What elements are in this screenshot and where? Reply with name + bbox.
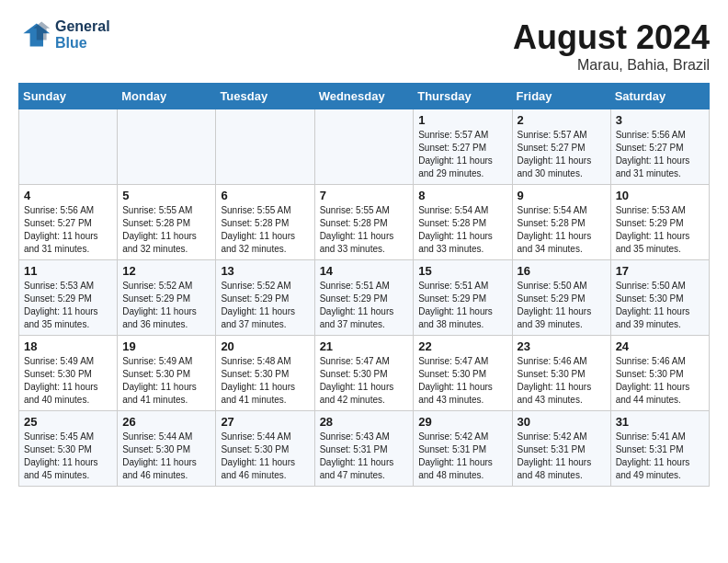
logo: General Blue xyxy=(18,18,110,52)
day-number: 7 xyxy=(320,189,409,202)
calendar-cell: 19Sunrise: 5:49 AM Sunset: 5:30 PM Dayli… xyxy=(118,336,216,411)
day-info: Sunrise: 5:46 AM Sunset: 5:30 PM Dayligh… xyxy=(616,355,704,407)
calendar-week-4: 18Sunrise: 5:49 AM Sunset: 5:30 PM Dayli… xyxy=(19,336,710,411)
day-number: 4 xyxy=(24,189,112,202)
day-number: 10 xyxy=(616,189,704,202)
calendar-cell: 14Sunrise: 5:51 AM Sunset: 5:29 PM Dayli… xyxy=(314,260,414,336)
calendar-cell: 5Sunrise: 5:55 AM Sunset: 5:28 PM Daylig… xyxy=(118,185,216,260)
day-info: Sunrise: 5:55 AM Sunset: 5:28 PM Dayligh… xyxy=(221,204,309,256)
day-info: Sunrise: 5:52 AM Sunset: 5:29 PM Dayligh… xyxy=(221,280,309,331)
day-number: 19 xyxy=(122,339,210,353)
day-number: 21 xyxy=(320,339,409,353)
day-number: 2 xyxy=(518,113,606,127)
day-info: Sunrise: 5:54 AM Sunset: 5:28 PM Dayligh… xyxy=(418,204,506,256)
day-info: Sunrise: 5:46 AM Sunset: 5:30 PM Dayligh… xyxy=(518,355,606,407)
day-info: Sunrise: 5:52 AM Sunset: 5:29 PM Dayligh… xyxy=(122,280,210,331)
day-info: Sunrise: 5:53 AM Sunset: 5:29 PM Dayligh… xyxy=(24,280,112,331)
logo-text: General Blue xyxy=(55,18,110,52)
calendar-cell: 26Sunrise: 5:44 AM Sunset: 5:30 PM Dayli… xyxy=(118,411,216,487)
day-info: Sunrise: 5:56 AM Sunset: 5:27 PM Dayligh… xyxy=(616,129,704,180)
calendar-cell: 15Sunrise: 5:51 AM Sunset: 5:29 PM Dayli… xyxy=(414,260,512,336)
weekday-header-monday: Monday xyxy=(118,84,216,109)
calendar-cell xyxy=(216,109,314,185)
weekday-header-wednesday: Wednesday xyxy=(314,84,414,109)
day-number: 1 xyxy=(418,113,506,127)
weekday-header-thursday: Thursday xyxy=(414,84,512,109)
day-number: 27 xyxy=(221,415,309,429)
day-number: 25 xyxy=(24,415,112,429)
weekday-header-row: SundayMondayTuesdayWednesdayThursdayFrid… xyxy=(19,84,710,109)
calendar-cell: 18Sunrise: 5:49 AM Sunset: 5:30 PM Dayli… xyxy=(19,336,118,411)
calendar-cell: 30Sunrise: 5:42 AM Sunset: 5:31 PM Dayli… xyxy=(512,411,610,487)
day-number: 31 xyxy=(616,415,704,429)
day-number: 9 xyxy=(518,189,606,202)
calendar-cell: 4Sunrise: 5:56 AM Sunset: 5:27 PM Daylig… xyxy=(19,185,118,260)
day-number: 12 xyxy=(122,264,210,278)
day-number: 26 xyxy=(122,415,210,429)
calendar-week-2: 4Sunrise: 5:56 AM Sunset: 5:27 PM Daylig… xyxy=(19,185,710,260)
calendar-cell: 6Sunrise: 5:55 AM Sunset: 5:28 PM Daylig… xyxy=(216,185,314,260)
calendar-cell: 9Sunrise: 5:54 AM Sunset: 5:28 PM Daylig… xyxy=(512,185,610,260)
day-number: 16 xyxy=(518,264,606,278)
weekday-header-sunday: Sunday xyxy=(19,84,118,109)
day-number: 15 xyxy=(418,264,506,278)
day-info: Sunrise: 5:44 AM Sunset: 5:30 PM Dayligh… xyxy=(122,431,210,482)
weekday-header-saturday: Saturday xyxy=(610,84,709,109)
day-number: 5 xyxy=(122,189,210,202)
calendar-cell: 3Sunrise: 5:56 AM Sunset: 5:27 PM Daylig… xyxy=(610,109,709,185)
day-number: 20 xyxy=(221,339,309,353)
calendar-cell: 31Sunrise: 5:41 AM Sunset: 5:31 PM Dayli… xyxy=(610,411,709,487)
day-number: 8 xyxy=(418,189,506,202)
location: Marau, Bahia, Brazil xyxy=(513,57,710,74)
calendar-cell: 20Sunrise: 5:48 AM Sunset: 5:30 PM Dayli… xyxy=(216,336,314,411)
day-number: 3 xyxy=(616,113,704,127)
title-block: August 2024 Marau, Bahia, Brazil xyxy=(513,18,710,74)
calendar-cell: 16Sunrise: 5:50 AM Sunset: 5:29 PM Dayli… xyxy=(512,260,610,336)
calendar-cell: 13Sunrise: 5:52 AM Sunset: 5:29 PM Dayli… xyxy=(216,260,314,336)
day-info: Sunrise: 5:57 AM Sunset: 5:27 PM Dayligh… xyxy=(518,129,606,180)
page-header: General Blue August 2024 Marau, Bahia, B… xyxy=(18,18,710,74)
day-number: 30 xyxy=(518,415,606,429)
calendar-cell: 12Sunrise: 5:52 AM Sunset: 5:29 PM Dayli… xyxy=(118,260,216,336)
day-number: 14 xyxy=(320,264,409,278)
calendar-cell: 22Sunrise: 5:47 AM Sunset: 5:30 PM Dayli… xyxy=(414,336,512,411)
calendar-week-5: 25Sunrise: 5:45 AM Sunset: 5:30 PM Dayli… xyxy=(19,411,710,487)
day-info: Sunrise: 5:42 AM Sunset: 5:31 PM Dayligh… xyxy=(518,431,606,482)
logo-icon xyxy=(18,18,51,52)
calendar-cell: 23Sunrise: 5:46 AM Sunset: 5:30 PM Dayli… xyxy=(512,336,610,411)
day-info: Sunrise: 5:57 AM Sunset: 5:27 PM Dayligh… xyxy=(418,129,506,180)
day-number: 18 xyxy=(24,339,112,353)
day-number: 23 xyxy=(518,339,606,353)
calendar-cell: 7Sunrise: 5:55 AM Sunset: 5:28 PM Daylig… xyxy=(314,185,414,260)
day-info: Sunrise: 5:56 AM Sunset: 5:27 PM Dayligh… xyxy=(24,204,112,256)
day-info: Sunrise: 5:47 AM Sunset: 5:30 PM Dayligh… xyxy=(320,355,409,407)
day-number: 13 xyxy=(221,264,309,278)
day-info: Sunrise: 5:41 AM Sunset: 5:31 PM Dayligh… xyxy=(616,431,704,482)
day-number: 29 xyxy=(418,415,506,429)
day-info: Sunrise: 5:55 AM Sunset: 5:28 PM Dayligh… xyxy=(320,204,409,256)
day-info: Sunrise: 5:47 AM Sunset: 5:30 PM Dayligh… xyxy=(418,355,506,407)
day-number: 22 xyxy=(418,339,506,353)
day-info: Sunrise: 5:43 AM Sunset: 5:31 PM Dayligh… xyxy=(320,431,409,482)
day-info: Sunrise: 5:50 AM Sunset: 5:29 PM Dayligh… xyxy=(518,280,606,331)
day-info: Sunrise: 5:53 AM Sunset: 5:29 PM Dayligh… xyxy=(616,204,704,256)
day-info: Sunrise: 5:42 AM Sunset: 5:31 PM Dayligh… xyxy=(418,431,506,482)
calendar-cell: 8Sunrise: 5:54 AM Sunset: 5:28 PM Daylig… xyxy=(414,185,512,260)
day-info: Sunrise: 5:50 AM Sunset: 5:30 PM Dayligh… xyxy=(616,280,704,331)
day-number: 17 xyxy=(616,264,704,278)
day-info: Sunrise: 5:44 AM Sunset: 5:30 PM Dayligh… xyxy=(221,431,309,482)
day-info: Sunrise: 5:49 AM Sunset: 5:30 PM Dayligh… xyxy=(24,355,112,407)
weekday-header-friday: Friday xyxy=(512,84,610,109)
day-number: 28 xyxy=(320,415,409,429)
calendar-cell: 21Sunrise: 5:47 AM Sunset: 5:30 PM Dayli… xyxy=(314,336,414,411)
month-title: August 2024 xyxy=(513,18,710,57)
calendar-cell xyxy=(314,109,414,185)
day-info: Sunrise: 5:49 AM Sunset: 5:30 PM Dayligh… xyxy=(122,355,210,407)
day-info: Sunrise: 5:54 AM Sunset: 5:28 PM Dayligh… xyxy=(518,204,606,256)
calendar-cell xyxy=(118,109,216,185)
calendar-week-1: 1Sunrise: 5:57 AM Sunset: 5:27 PM Daylig… xyxy=(19,109,710,185)
calendar-table: SundayMondayTuesdayWednesdayThursdayFrid… xyxy=(18,83,710,487)
calendar-cell: 25Sunrise: 5:45 AM Sunset: 5:30 PM Dayli… xyxy=(19,411,118,487)
weekday-header-tuesday: Tuesday xyxy=(216,84,314,109)
calendar-cell: 27Sunrise: 5:44 AM Sunset: 5:30 PM Dayli… xyxy=(216,411,314,487)
